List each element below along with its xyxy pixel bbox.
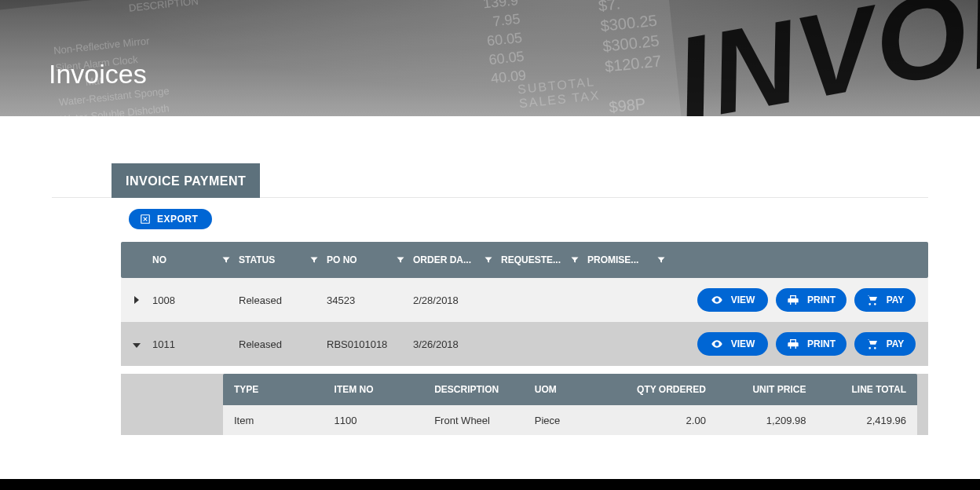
- svg-point-2: [715, 343, 718, 346]
- cell-status: Released: [239, 338, 327, 350]
- print-button[interactable]: PRINT: [776, 288, 847, 312]
- pay-button[interactable]: PAY: [854, 332, 916, 356]
- sub-col-linetotal[interactable]: LINE TOTAL: [817, 384, 917, 395]
- invoice-grid: NO STATUS PO NO ORDER DA... REQUESTE... …: [121, 242, 928, 435]
- view-label: VIEW: [731, 338, 755, 349]
- cell-pono: RBS0101018: [327, 338, 413, 350]
- printer-icon: [787, 294, 799, 306]
- cell-qty: 2.00: [609, 415, 717, 426]
- svg-point-1: [715, 299, 718, 302]
- cell-orderdate: 3/26/2018: [413, 338, 501, 350]
- sub-col-type[interactable]: TYPE: [223, 384, 324, 395]
- filter-icon[interactable]: [221, 255, 239, 265]
- col-pono[interactable]: PO NO: [327, 254, 357, 265]
- printer-icon: [787, 338, 799, 350]
- cell-no: 1011: [152, 338, 239, 350]
- export-button[interactable]: EXPORT: [129, 209, 212, 229]
- col-status[interactable]: STATUS: [239, 254, 275, 265]
- sub-col-uom[interactable]: UOM: [524, 384, 610, 395]
- cell-unitprice: 1,209.98: [717, 415, 817, 426]
- eye-icon: [711, 294, 723, 306]
- filter-icon[interactable]: [484, 255, 501, 265]
- cell-status: Released: [239, 294, 327, 306]
- export-label: EXPORT: [157, 214, 198, 225]
- table-row: 1008 Released 34523 2/28/2018 VIEW PRINT…: [121, 278, 928, 322]
- chevron-down-icon: [133, 338, 141, 350]
- view-label: VIEW: [731, 294, 755, 305]
- cell-linetotal: 2,419.96: [817, 415, 917, 426]
- hero-bg-text: DESCRIPTION Non-Reflective Mirror Silent…: [49, 0, 210, 116]
- detail-header: TYPE ITEM NO DESCRIPTION UOM QTY ORDERED…: [223, 374, 917, 405]
- cart-icon: [866, 338, 879, 350]
- expand-toggle[interactable]: [121, 294, 152, 306]
- page-title: Invoices: [49, 59, 147, 90]
- excel-icon: [140, 214, 151, 225]
- pay-label: PAY: [887, 338, 905, 349]
- pay-label: PAY: [887, 294, 905, 305]
- cell-pono: 34523: [327, 294, 413, 306]
- col-orderdate[interactable]: ORDER DA...: [413, 254, 471, 265]
- cell-itemno: 1100: [324, 415, 424, 426]
- print-button[interactable]: PRINT: [776, 332, 847, 356]
- sub-col-qty[interactable]: QTY ORDERED: [609, 384, 717, 395]
- cell-type: Item: [223, 415, 324, 426]
- expand-toggle[interactable]: [121, 338, 152, 350]
- filter-icon[interactable]: [570, 255, 587, 265]
- cell-orderdate: 2/28/2018: [413, 294, 501, 306]
- view-button[interactable]: VIEW: [697, 288, 768, 312]
- bottom-bar: [0, 479, 980, 490]
- content-area: INVOICE PAYMENT EXPORT NO STATUS PO NO: [0, 116, 980, 435]
- filter-icon[interactable]: [309, 255, 327, 265]
- sub-col-itemno[interactable]: ITEM NO: [324, 384, 424, 395]
- col-requested[interactable]: REQUESTE...: [501, 254, 561, 265]
- filter-icon[interactable]: [396, 255, 413, 265]
- tab-invoice-payment[interactable]: INVOICE PAYMENT: [112, 163, 260, 198]
- cart-icon: [866, 294, 879, 306]
- eye-icon: [711, 338, 723, 350]
- pay-button[interactable]: PAY: [854, 288, 916, 312]
- hero-banner: DESCRIPTION Non-Reflective Mirror Silent…: [0, 0, 980, 116]
- cell-description: Front Wheel: [423, 415, 524, 426]
- detail-row: Item 1100 Front Wheel Piece 2.00 1,209.9…: [223, 405, 917, 435]
- chevron-right-icon: [134, 294, 139, 306]
- filter-icon[interactable]: [656, 255, 674, 265]
- cell-uom: Piece: [524, 415, 610, 426]
- sub-col-unitprice[interactable]: UNIT PRICE: [717, 384, 817, 395]
- print-label: PRINT: [807, 338, 836, 349]
- detail-grid: TYPE ITEM NO DESCRIPTION UOM QTY ORDERED…: [223, 374, 917, 435]
- grid-header: NO STATUS PO NO ORDER DA... REQUESTE... …: [121, 242, 928, 278]
- sub-col-description[interactable]: DESCRIPTION: [423, 384, 524, 395]
- col-promised[interactable]: PROMISE...: [587, 254, 638, 265]
- print-label: PRINT: [807, 294, 836, 305]
- view-button[interactable]: VIEW: [697, 332, 768, 356]
- table-row: 1011 Released RBS0101018 3/26/2018 VIEW …: [121, 322, 928, 366]
- col-no[interactable]: NO: [152, 254, 166, 265]
- cell-no: 1008: [152, 294, 239, 306]
- hero-bg-invoice-word: INVOI: [666, 0, 980, 116]
